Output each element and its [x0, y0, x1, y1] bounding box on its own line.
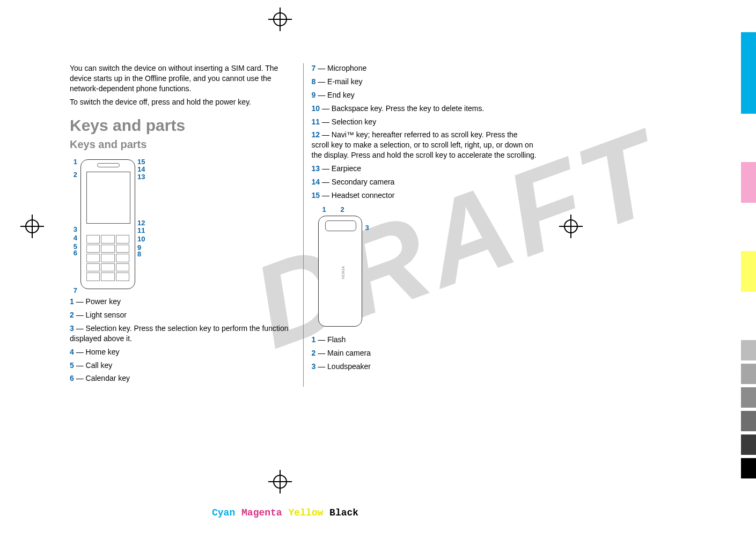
callout-7: 7: [70, 286, 77, 296]
item-7: 7 — Microphone: [312, 63, 537, 73]
item-4: 4 — Home key: [70, 347, 295, 357]
item-2: 2 — Light sensor: [70, 310, 295, 320]
back-callout-2: 2: [341, 205, 344, 215]
item-15: 15 — Headset connector: [312, 190, 537, 201]
back-item-3: 3 — Loudspeaker: [312, 362, 537, 372]
item-5: 5 — Call key: [70, 360, 295, 371]
callout-2: 2: [70, 170, 77, 180]
intro-p1: You can switch the device on without ins…: [70, 63, 295, 94]
color-calibration-bars: [741, 32, 756, 478]
registration-mark-bottom: [268, 470, 292, 493]
print-color-footer: Cyan Magenta Yellow Black: [212, 507, 359, 518]
item-6: 6 — Calendar key: [70, 373, 295, 384]
back-item-1: 1 — Flash: [312, 335, 537, 345]
item-13: 13 — Earpiece: [312, 164, 537, 174]
page-right-column: 7 — Microphone 8 — E-mail key 9 — End ke…: [304, 63, 537, 387]
registration-mark-left: [20, 215, 44, 238]
callout-8: 8: [137, 249, 141, 259]
item-10: 10 — Backspace key. Press the key to del…: [312, 104, 537, 114]
callout-10: 10: [137, 234, 145, 244]
back-callout-3: 3: [365, 223, 369, 233]
callout-4: 4: [70, 233, 77, 243]
intro-p2: To switch the device off, press and hold…: [70, 97, 295, 107]
registration-mark-right: [559, 215, 583, 238]
section-subheading: Keys and parts: [70, 137, 295, 152]
callout-6: 6: [70, 248, 77, 258]
back-callout-1: 1: [322, 205, 326, 215]
page-left-column: You can switch the device on without ins…: [70, 63, 304, 387]
back-item-2: 2 — Main camera: [312, 348, 537, 358]
callout-3: 3: [70, 225, 77, 234]
item-9: 9 — End key: [312, 90, 537, 100]
item-14: 14 — Secondary camera: [312, 177, 537, 187]
item-1: 1 — Power key: [70, 297, 295, 307]
phone-back-diagram: 1 2 3 NOKIA: [312, 204, 376, 333]
item-12: 12 — Navi™ key; hereafter referred to as…: [312, 130, 537, 160]
phone-front-diagram: 1 2 3 4 5 6 7 15 14 13 12 11 10 9 8: [70, 155, 145, 294]
item-8: 8 — E-mail key: [312, 77, 537, 87]
registration-mark-top: [268, 8, 292, 31]
item-11: 11 — Selection key: [312, 117, 537, 127]
callout-11: 11: [137, 226, 145, 235]
phone-brand-label: NOKIA: [341, 266, 347, 279]
callout-13: 13: [137, 172, 145, 182]
callout-1: 1: [70, 157, 77, 167]
section-heading: Keys and parts: [70, 115, 295, 137]
item-3: 3 — Selection key. Press the selection k…: [70, 323, 295, 344]
